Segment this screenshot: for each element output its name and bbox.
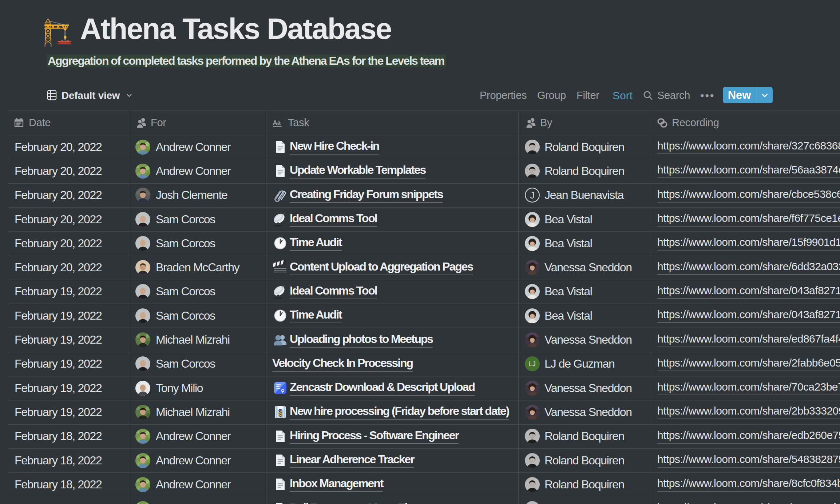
svg-text:LJ: LJ (529, 360, 535, 368)
svg-text:Aa: Aa (273, 119, 281, 126)
svg-text:J: J (530, 190, 535, 200)
